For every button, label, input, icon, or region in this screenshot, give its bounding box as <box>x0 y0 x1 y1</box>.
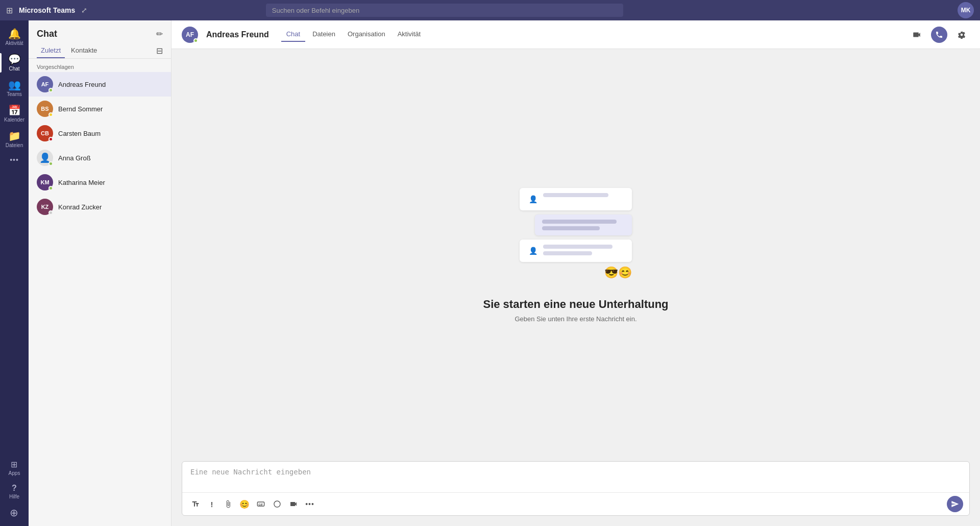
tab-files[interactable]: Dateien <box>307 27 340 42</box>
chat-icon: 💬 <box>8 54 21 64</box>
format-button[interactable] <box>188 497 203 511</box>
gif-button[interactable]: GIF <box>254 497 268 511</box>
sidebar-item-teams[interactable]: 👥 Teams <box>0 76 29 101</box>
filter-icon[interactable]: ⊟ <box>156 46 163 56</box>
video-call-button[interactable] <box>909 27 925 43</box>
emoji-button[interactable]: 😊 <box>237 497 252 511</box>
contact-name: Anna Groß <box>58 154 91 162</box>
empty-state-title: Sie starten eine neue Unterhaltung <box>483 298 668 311</box>
avatar: BS <box>37 101 53 117</box>
new-chat-icon[interactable]: ✏ <box>156 29 163 39</box>
more-icon: ••• <box>10 156 19 163</box>
apps-grid-icon[interactable]: ⊞ <box>6 6 13 15</box>
tab-activity[interactable]: Aktivität <box>393 27 426 42</box>
sidebar-bottom: ⊞ Apps ? Hilfe ⊕ <box>7 457 22 526</box>
list-item[interactable]: KM Katharina Meier <box>29 170 171 195</box>
chat-header: AF Andreas Freund Chat Dateien Organisat… <box>172 20 980 49</box>
list-item[interactable]: CB Carsten Baum <box>29 121 171 146</box>
chat-main: AF Andreas Freund Chat Dateien Organisat… <box>172 20 980 526</box>
chat-panel-tabs: Zuletzt Kontakte ⊟ <box>29 43 171 59</box>
avatar: KZ <box>37 199 53 215</box>
chat-header-name: Andreas Freund <box>206 30 269 39</box>
sidebar-item-files[interactable]: 📁 Dateien <box>0 127 29 152</box>
contact-name: Katharina Meier <box>58 179 105 186</box>
sidebar: 🔔 Aktivität 💬 Chat 👥 Teams 📅 Kalender 📁 … <box>0 20 29 526</box>
chat-header-actions <box>909 27 970 43</box>
empty-state-subtitle: Geben Sie unten Ihre erste Nachricht ein… <box>514 315 636 323</box>
tab-organisation[interactable]: Organisation <box>342 27 390 42</box>
avatar: CB <box>37 125 53 141</box>
sidebar-item-calendar[interactable]: 📅 Kalender <box>0 101 29 127</box>
avatar: 👤 <box>37 150 53 166</box>
chat-content: 👤 👤 <box>172 49 980 461</box>
teams-icon: 👥 <box>8 80 21 90</box>
chat-panel: Chat ✏ Zuletzt Kontakte ⊟ Vorgeschlagen … <box>29 20 172 526</box>
message-toolbar: ! 😊 GIF ••• <box>182 492 969 515</box>
sidebar-item-add[interactable]: ⊕ <box>7 504 22 522</box>
status-dot <box>48 161 53 166</box>
status-dot <box>48 210 53 215</box>
illustration-bubble-2: 👤 <box>520 240 632 262</box>
avatar: KM <box>37 174 53 190</box>
message-input[interactable] <box>182 462 969 490</box>
sticker-button[interactable] <box>270 497 284 511</box>
sidebar-chat-label: Chat <box>9 66 19 71</box>
sidebar-item-more[interactable]: ••• <box>0 152 29 168</box>
chat-panel-title: Chat <box>37 29 57 39</box>
list-item[interactable]: 👤 Anna Groß <box>29 146 171 170</box>
bubble-line <box>542 220 617 224</box>
contact-name: Andreas Freund <box>58 81 106 88</box>
emoji-row: 😎😊 <box>520 266 632 279</box>
status-dot <box>48 88 53 92</box>
app-title: Microsoft Teams <box>19 6 75 14</box>
more-options-button[interactable]: ••• <box>303 497 317 511</box>
avatar: AF <box>37 76 53 92</box>
sidebar-item-apps[interactable]: ⊞ Apps <box>7 457 22 480</box>
tab-contacts[interactable]: Kontakte <box>67 43 101 58</box>
sidebar-calendar-label: Kalender <box>4 117 24 123</box>
status-dot <box>48 112 53 117</box>
chat-illustration: 👤 👤 <box>520 188 632 288</box>
bubble-line <box>542 226 600 230</box>
user-avatar[interactable]: MK <box>958 2 974 18</box>
apps-icon: ⊞ <box>11 461 17 469</box>
tab-recent[interactable]: Zuletzt <box>37 43 65 58</box>
send-button[interactable] <box>947 496 963 512</box>
bubble-lines-2 <box>543 245 625 255</box>
list-item[interactable]: KZ Konrad Zucker <box>29 195 171 219</box>
chat-header-tabs: Chat Dateien Organisation Aktivität <box>281 27 426 42</box>
bubble-line <box>543 193 608 197</box>
settings-button[interactable] <box>953 27 970 43</box>
status-dot <box>48 137 53 141</box>
audio-call-button[interactable] <box>931 27 947 43</box>
bubble-lines-1 <box>543 193 625 197</box>
illustration-bubble-1: 👤 <box>520 188 632 210</box>
chat-header-avatar: AF <box>182 27 198 43</box>
message-input-area: ! 😊 GIF ••• <box>182 461 970 516</box>
chat-panel-header: Chat ✏ <box>29 20 171 43</box>
attach-button[interactable] <box>221 497 235 511</box>
urgent-button[interactable]: ! <box>205 497 219 511</box>
sidebar-help-label: Hilfe <box>9 494 19 499</box>
tab-chat[interactable]: Chat <box>281 27 305 42</box>
sidebar-activity-label: Aktivität <box>5 40 23 46</box>
expand-icon[interactable]: ⤢ <box>81 6 87 14</box>
sidebar-files-label: Dateien <box>6 142 23 148</box>
header-status-dot <box>193 38 198 43</box>
search-input[interactable] <box>266 4 623 17</box>
svg-text:GIF: GIF <box>258 503 263 506</box>
sidebar-teams-label: Teams <box>7 91 21 97</box>
sidebar-apps-label: Apps <box>9 470 20 476</box>
sidebar-item-chat[interactable]: 💬 Chat <box>0 50 29 76</box>
help-icon: ? <box>12 484 17 492</box>
topbar-right: MK <box>958 2 974 18</box>
list-item[interactable]: AF Andreas Freund <box>29 72 171 97</box>
sidebar-item-help[interactable]: ? Hilfe <box>7 480 22 504</box>
illustration-bubble-reply <box>535 214 632 235</box>
contact-name: Konrad Zucker <box>58 203 102 211</box>
sidebar-item-activity[interactable]: 🔔 Aktivität <box>0 25 29 50</box>
meet-now-button[interactable] <box>286 497 301 511</box>
list-item[interactable]: BS Bernd Sommer <box>29 97 171 121</box>
topbar: ⊞ Microsoft Teams ⤢ MK <box>0 0 980 20</box>
contact-name: Bernd Sommer <box>58 105 103 113</box>
